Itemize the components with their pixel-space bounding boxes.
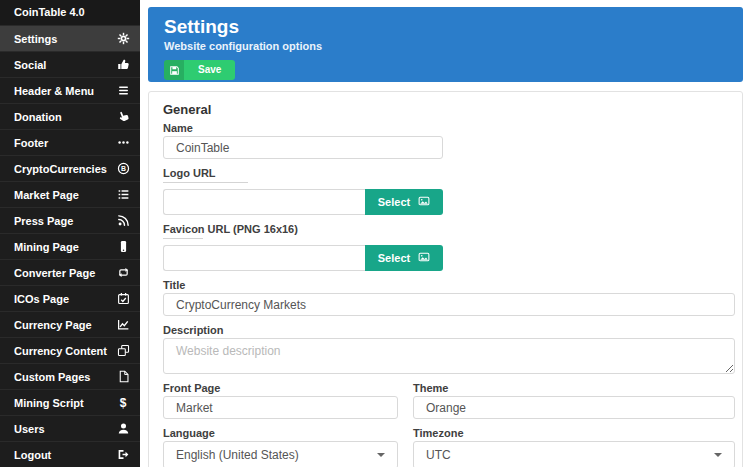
file-icon — [116, 370, 130, 384]
timezone-select-value: UTC — [426, 448, 451, 462]
theme-label: Theme — [413, 382, 735, 394]
sidebar-item-mining-page[interactable]: Mining Page — [0, 234, 140, 260]
main-content: Settings Website configuration options S… — [148, 0, 743, 467]
copy-icon — [116, 344, 130, 358]
language-select-value: English (United States) — [176, 448, 299, 462]
sidebar-item-converter-page[interactable]: Converter Page — [0, 260, 140, 286]
name-label: Name — [163, 122, 735, 134]
label-underline — [163, 238, 203, 239]
field-logo-url: Logo URL Select — [163, 167, 735, 215]
field-timezone: Timezone UTC — [413, 427, 735, 467]
hand-pointer-icon — [116, 110, 130, 124]
general-settings-card: General Name Logo URL Select Favicon URL… — [148, 91, 743, 467]
save-button[interactable]: Save — [164, 60, 235, 80]
sidebar-item-currency-content[interactable]: Currency Content — [0, 338, 140, 364]
title-label: Title — [163, 279, 735, 291]
favicon-url-input[interactable] — [163, 245, 365, 271]
sidebar-item-currency-page[interactable]: Currency Page — [0, 312, 140, 338]
sidebar-item-settings[interactable]: Settings — [0, 26, 140, 52]
chevron-down-icon — [714, 453, 722, 457]
image-icon — [418, 251, 430, 265]
save-button-label: Save — [184, 60, 235, 80]
front-page-label: Front Page — [163, 382, 398, 394]
timezone-select[interactable]: UTC — [413, 441, 735, 467]
logo-select-button[interactable]: Select — [365, 189, 443, 215]
sidebar-item-social[interactable]: Social — [0, 52, 140, 78]
field-name: Name — [163, 122, 735, 159]
timezone-label: Timezone — [413, 427, 735, 439]
language-label: Language — [163, 427, 398, 439]
swap-arrows-icon — [116, 266, 130, 280]
field-language: Language English (United States) — [163, 427, 398, 467]
ellipsis-icon — [116, 136, 130, 150]
field-theme: Theme — [413, 382, 735, 419]
field-description: Description — [163, 324, 735, 374]
user-icon — [116, 422, 130, 436]
sidebar-item-donation[interactable]: Donation — [0, 104, 140, 130]
calendar-check-icon — [116, 292, 130, 306]
sidebar-item-logout[interactable]: Logout — [0, 442, 140, 467]
field-favicon-url: Favicon URL (PNG 16x16) Select — [163, 223, 735, 271]
sidebar-item-header-menu[interactable]: Header & Menu — [0, 78, 140, 104]
sidebar-item-cryptocurrencies[interactable]: CryptoCurrencies B — [0, 156, 140, 182]
front-page-theme-row: Front Page Theme — [163, 382, 735, 419]
theme-input[interactable] — [413, 396, 735, 419]
section-title: General — [163, 102, 735, 117]
sidebar: CoinTable 4.0 Settings Social Header & M… — [0, 0, 140, 467]
description-textarea[interactable] — [163, 338, 735, 374]
sidebar-item-market-page[interactable]: Market Page — [0, 182, 140, 208]
label-underline — [163, 182, 248, 183]
sidebar-item-press-page[interactable]: Press Page — [0, 208, 140, 234]
rss-icon — [116, 214, 130, 228]
bars-icon — [116, 84, 130, 98]
logo-url-label: Logo URL — [163, 167, 735, 179]
sidebar-item-users[interactable]: Users — [0, 416, 140, 442]
save-icon — [164, 60, 184, 80]
field-title: Title — [163, 279, 735, 316]
favicon-select-button-label: Select — [378, 252, 410, 264]
description-label: Description — [163, 324, 735, 336]
favicon-url-input-group: Select — [163, 245, 443, 271]
chevron-down-icon — [377, 453, 385, 457]
page-title: Settings — [164, 16, 727, 38]
bitcoin-icon: B — [116, 162, 130, 176]
sign-out-icon — [116, 448, 130, 462]
page-subtitle: Website configuration options — [164, 39, 727, 53]
gear-icon — [116, 32, 130, 46]
line-chart-icon — [116, 318, 130, 332]
image-icon — [418, 195, 430, 209]
sidebar-item-mining-script[interactable]: Mining Script $ — [0, 390, 140, 416]
mobile-icon — [116, 240, 130, 254]
language-timezone-row: Language English (United States) Timezon… — [163, 427, 735, 467]
sidebar-item-icos-page[interactable]: ICOs Page — [0, 286, 140, 312]
svg-text:B: B — [121, 165, 126, 172]
page-header: Settings Website configuration options S… — [148, 7, 743, 82]
title-input[interactable] — [163, 293, 735, 316]
front-page-input[interactable] — [163, 396, 398, 419]
app-title: CoinTable 4.0 — [0, 0, 140, 26]
favicon-select-button[interactable]: Select — [365, 245, 443, 271]
sidebar-item-custom-pages[interactable]: Custom Pages — [0, 364, 140, 390]
logo-url-input-group: Select — [163, 189, 443, 215]
favicon-url-label: Favicon URL (PNG 16x16) — [163, 223, 735, 235]
name-input[interactable] — [163, 136, 443, 159]
thumbs-up-icon — [116, 58, 130, 72]
dollar-icon: $ — [116, 396, 130, 410]
logo-url-input[interactable] — [163, 189, 365, 215]
logo-select-button-label: Select — [378, 196, 410, 208]
language-select[interactable]: English (United States) — [163, 441, 398, 467]
sidebar-item-footer[interactable]: Footer — [0, 130, 140, 156]
list-icon — [116, 188, 130, 202]
field-front-page: Front Page — [163, 382, 398, 419]
